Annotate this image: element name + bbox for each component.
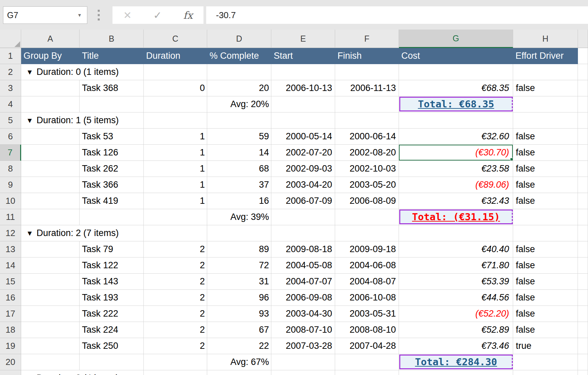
- cell-D3[interactable]: 20: [207, 80, 271, 96]
- fill-handle[interactable]: [510, 158, 513, 161]
- cell-E16[interactable]: 2006-09-08: [271, 290, 335, 306]
- cell-H17[interactable]: false: [513, 306, 578, 322]
- row-header-12[interactable]: 12: [0, 225, 21, 241]
- cell-B15[interactable]: Task 143: [80, 274, 144, 290]
- enter-icon[interactable]: ✓: [153, 9, 162, 21]
- cell-I7[interactable]: [578, 145, 588, 161]
- header-cell-title[interactable]: Title: [80, 48, 144, 64]
- cell-I17[interactable]: [578, 306, 588, 322]
- cell-I20[interactable]: [578, 354, 588, 370]
- cell-H11[interactable]: [513, 209, 578, 225]
- cell-F7[interactable]: 2002-08-20: [335, 145, 399, 161]
- cell-F16[interactable]: 2006-10-08: [335, 290, 399, 306]
- cell-E17[interactable]: 2003-04-30: [271, 306, 335, 322]
- cell-B18[interactable]: Task 224: [80, 322, 144, 338]
- row-header-16[interactable]: 16: [0, 290, 21, 306]
- header-cell-effort-driver[interactable]: Effort Driver: [513, 48, 578, 64]
- cell-C7[interactable]: 1: [144, 145, 207, 161]
- row-header-20[interactable]: 20: [0, 354, 21, 370]
- collapse-triangle-icon[interactable]: ▼: [26, 68, 33, 76]
- cell-G18[interactable]: €52.89: [399, 322, 513, 338]
- cell-A9[interactable]: [21, 177, 80, 193]
- cell-G10[interactable]: €32.43: [399, 193, 513, 209]
- cell-C20[interactable]: [144, 354, 207, 370]
- cell-I3[interactable]: [578, 80, 588, 96]
- row-header-3[interactable]: 3: [0, 80, 21, 96]
- row-header-6[interactable]: 6: [0, 129, 21, 145]
- cell-H8[interactable]: false: [513, 161, 578, 177]
- cell-I16[interactable]: [578, 290, 588, 306]
- cell-H10[interactable]: false: [513, 193, 578, 209]
- cell-H2[interactable]: [513, 64, 578, 80]
- cell-A19[interactable]: [21, 338, 80, 354]
- cell-H9[interactable]: false: [513, 177, 578, 193]
- header-cell-start[interactable]: Start: [271, 48, 335, 64]
- cell-C14[interactable]: 2: [144, 257, 207, 274]
- cell-D20[interactable]: Avg: 67%: [207, 354, 271, 370]
- cell-H16[interactable]: false: [513, 290, 578, 306]
- cell-H13[interactable]: false: [513, 241, 578, 257]
- cell-G12[interactable]: [399, 225, 513, 241]
- cell-I15[interactable]: [578, 274, 588, 290]
- cell-F2[interactable]: [335, 64, 399, 80]
- cell-D19[interactable]: 22: [207, 338, 271, 354]
- column-header-F[interactable]: F: [335, 30, 399, 48]
- cell-G20[interactable]: Total: €284.30: [399, 354, 513, 370]
- cell-A3[interactable]: [21, 80, 80, 96]
- cell-D5[interactable]: [207, 112, 271, 129]
- cell-H4[interactable]: [513, 96, 578, 112]
- collapse-triangle-icon[interactable]: ▼: [26, 229, 33, 237]
- collapse-triangle-icon[interactable]: ▼: [26, 116, 33, 125]
- cell-C16[interactable]: 2: [144, 290, 207, 306]
- cell-A20[interactable]: [21, 354, 80, 370]
- cell-A18[interactable]: [21, 322, 80, 338]
- cell-A15[interactable]: [21, 274, 80, 290]
- cell-G8[interactable]: €23.58: [399, 161, 513, 177]
- cell-E9[interactable]: 2003-04-20: [271, 177, 335, 193]
- cell-D8[interactable]: 68: [207, 161, 271, 177]
- cell-I11[interactable]: [578, 209, 588, 225]
- cell-D12[interactable]: [207, 225, 271, 241]
- column-header-D[interactable]: D: [207, 30, 271, 48]
- cell-B4[interactable]: [80, 96, 144, 112]
- cell-F19[interactable]: 2007-04-28: [335, 338, 399, 354]
- row-header-17[interactable]: 17: [0, 306, 21, 322]
- cell-H7[interactable]: false: [513, 145, 578, 161]
- cell-E14[interactable]: 2004-05-08: [271, 257, 335, 274]
- row-header-11[interactable]: 11: [0, 209, 21, 225]
- cell-H12[interactable]: [513, 225, 578, 241]
- cell-E8[interactable]: 2002-09-03: [271, 161, 335, 177]
- cell-E3[interactable]: 2006-10-13: [271, 80, 335, 96]
- column-header-B[interactable]: B: [80, 30, 144, 48]
- cell-B19[interactable]: Task 250: [80, 338, 144, 354]
- cell-G2[interactable]: [399, 64, 513, 80]
- cell-I18[interactable]: [578, 322, 588, 338]
- cell-E6[interactable]: 2000-05-14: [271, 129, 335, 145]
- name-box-dropdown-icon[interactable]: ▼: [72, 12, 87, 18]
- cell-G13[interactable]: €40.40: [399, 241, 513, 257]
- cell-H18[interactable]: false: [513, 322, 578, 338]
- cell-D14[interactable]: 72: [207, 257, 271, 274]
- cell-C21[interactable]: [144, 370, 207, 375]
- cell-D16[interactable]: 96: [207, 290, 271, 306]
- row-header-4[interactable]: 4: [0, 96, 21, 112]
- cell-group-label-5[interactable]: ▼Duration: 1 (5 items): [21, 112, 144, 129]
- cell-I12[interactable]: [578, 225, 588, 241]
- column-header-partial[interactable]: [578, 30, 588, 48]
- cell-I6[interactable]: [578, 129, 588, 145]
- cell-D11[interactable]: Avg: 39%: [207, 209, 271, 225]
- header-cell-empty[interactable]: [578, 48, 588, 64]
- cell-C6[interactable]: 1: [144, 129, 207, 145]
- cell-G9[interactable]: (€89.06): [399, 177, 513, 193]
- cell-B10[interactable]: Task 419: [80, 193, 144, 209]
- cell-G15[interactable]: €53.39: [399, 274, 513, 290]
- insert-function-icon[interactable]: fx: [183, 9, 193, 21]
- cell-I2[interactable]: [578, 64, 588, 80]
- cell-E2[interactable]: [271, 64, 335, 80]
- cell-F3[interactable]: 2006-11-13: [335, 80, 399, 96]
- cell-H15[interactable]: false: [513, 274, 578, 290]
- column-header-E[interactable]: E: [271, 30, 335, 48]
- cell-E21[interactable]: [271, 370, 335, 375]
- cell-H3[interactable]: false: [513, 80, 578, 96]
- row-header-2[interactable]: 2: [0, 64, 21, 80]
